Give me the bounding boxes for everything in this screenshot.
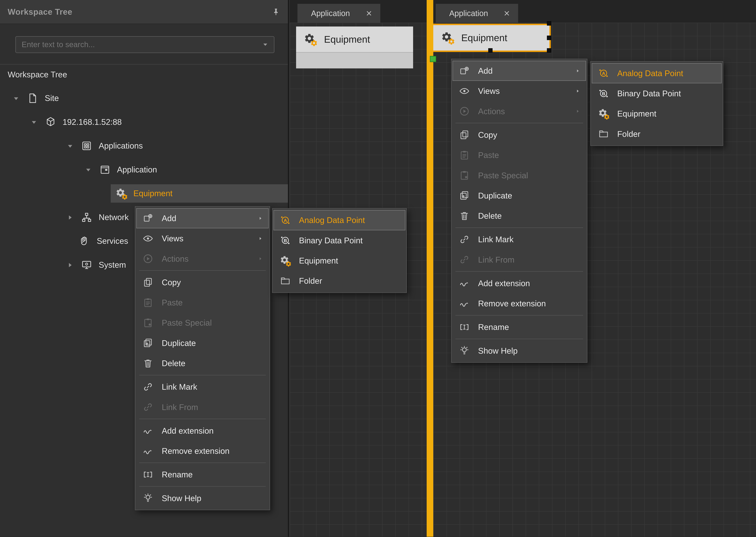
menu-item-remove-extension[interactable]: Remove extension <box>136 441 269 461</box>
menu-item-delete[interactable]: Delete <box>136 353 269 373</box>
menu-separator <box>455 339 583 339</box>
svg-text:A: A <box>284 218 287 223</box>
menu-item-copy[interactable]: Copy <box>453 125 586 145</box>
equipment-widget-label: Equipment <box>324 34 370 45</box>
expander-down-icon[interactable] <box>30 119 38 126</box>
menu-item-label: Copy <box>162 278 264 287</box>
anchor-handle[interactable] <box>430 56 436 62</box>
menu-item-paste-special[interactable]: Paste Special <box>136 313 269 333</box>
menu-separator <box>139 486 266 487</box>
tab-application-left[interactable]: Application <box>297 4 380 23</box>
menu-item-label: Add extension <box>478 279 581 288</box>
link-icon <box>142 401 154 413</box>
menu-item-equipment[interactable]: Equipment <box>592 103 722 124</box>
menu-item-label: Add <box>478 66 575 75</box>
menu-item-analog-data-point[interactable]: AAnalog Data Point <box>274 210 405 230</box>
menu-item-add-extension[interactable]: Add extension <box>136 421 269 441</box>
menu-item-folder[interactable]: Folder <box>274 271 405 291</box>
menu-item-add-extension[interactable]: Add extension <box>453 273 586 293</box>
equipment-widget-label: Equipment <box>461 32 507 43</box>
expander-right-icon[interactable] <box>66 262 74 269</box>
menu-item-label: Binary Data Point <box>617 89 717 98</box>
app-window: Workspace Tree Workspace Tree Site192.16… <box>0 0 756 537</box>
menu-separator <box>455 227 583 228</box>
equipment-widget-header: Equipment <box>433 25 549 51</box>
analog-point-icon: A <box>598 68 609 79</box>
menu-item-label: Folder <box>299 276 401 285</box>
menu-item-paste[interactable]: Paste <box>453 145 586 165</box>
menu-item-rename[interactable]: Rename <box>136 465 269 485</box>
add-icon <box>142 213 154 224</box>
menu-item-copy[interactable]: Copy <box>136 272 269 292</box>
menu-item-duplicate[interactable]: Duplicate <box>453 186 586 206</box>
equipment-widget-left[interactable]: Equipment <box>296 26 413 68</box>
menu-item-link-from[interactable]: Link From <box>136 397 269 417</box>
menu-item-remove-extension[interactable]: Remove extension <box>453 293 586 313</box>
menu-item-analog-data-point[interactable]: AAnalog Data Point <box>592 63 722 83</box>
extension-icon <box>459 278 470 289</box>
menu-item-add[interactable]: Add <box>136 208 269 228</box>
equipment-widget-body <box>296 52 413 68</box>
menu-item-show-help[interactable]: Show Help <box>136 488 269 508</box>
menu-item-link-from[interactable]: Link From <box>453 250 586 270</box>
paste-special-icon <box>459 170 470 181</box>
menu-item-views[interactable]: Views <box>136 228 269 249</box>
menu-item-label: Analog Data Point <box>617 68 717 78</box>
rename-icon <box>142 469 154 480</box>
tree-node-label: System <box>99 256 126 274</box>
tree-node-equipment[interactable]: Equipment <box>0 184 288 203</box>
expander-down-icon[interactable] <box>13 95 20 102</box>
actions-icon <box>142 253 154 264</box>
tree-node-application[interactable]: Application <box>0 161 288 179</box>
tab-close-icon[interactable] <box>365 10 373 17</box>
expander-right-icon[interactable] <box>66 214 74 221</box>
menu-item-show-help[interactable]: Show Help <box>453 341 586 361</box>
equipment-widget-right[interactable]: Equipment <box>433 25 549 51</box>
menu-item-actions[interactable]: Actions <box>136 249 269 269</box>
tabstrip-left: Application <box>290 0 427 23</box>
copy-icon <box>459 129 470 141</box>
submenu-arrow-icon <box>257 235 264 242</box>
resize-handle-se[interactable] <box>547 48 551 53</box>
menu-item-label: Link From <box>478 255 581 265</box>
menu-item-equipment[interactable]: Equipment <box>274 251 405 271</box>
tree-node-192-168-1-52-88[interactable]: 192.168.1.52:88 <box>0 113 288 131</box>
menu-item-label: Link Mark <box>478 235 581 244</box>
menu-separator <box>139 270 266 271</box>
resize-handle-ne[interactable] <box>547 21 551 25</box>
menu-item-binary-data-point[interactable]: BBinary Data Point <box>592 83 722 103</box>
menu-item-link-mark[interactable]: Link Mark <box>136 377 269 397</box>
resize-handle-s[interactable] <box>488 48 493 53</box>
submenu-arrow-icon <box>575 108 581 115</box>
delete-icon <box>142 358 154 369</box>
menu-item-link-mark[interactable]: Link Mark <box>453 229 586 249</box>
menu-item-actions[interactable]: Actions <box>453 101 586 121</box>
window-splitter[interactable] <box>427 0 434 537</box>
svg-text:B: B <box>602 91 605 96</box>
analog-point-icon: A <box>280 215 291 226</box>
extension-icon <box>142 425 154 436</box>
copy-icon <box>142 277 154 288</box>
expander-down-icon[interactable] <box>66 143 74 150</box>
menu-item-paste-special[interactable]: Paste Special <box>453 165 586 186</box>
tab-application-right[interactable]: Application <box>436 4 518 23</box>
search-dropdown-icon[interactable] <box>261 41 269 48</box>
menu-item-add[interactable]: Add <box>453 61 586 81</box>
pin-icon[interactable] <box>272 8 280 16</box>
menu-item-rename[interactable]: Rename <box>453 317 586 337</box>
tree-node-applications[interactable]: Applications <box>0 137 288 155</box>
search-input[interactable] <box>16 40 261 49</box>
menu-item-folder[interactable]: Folder <box>592 124 722 144</box>
menu-item-label: Rename <box>478 322 581 332</box>
menu-item-delete[interactable]: Delete <box>453 206 586 226</box>
tree-node-site[interactable]: Site <box>0 89 288 107</box>
menu-item-paste[interactable]: Paste <box>136 292 269 313</box>
svg-text:A: A <box>602 71 605 76</box>
tab-label: Application <box>311 9 350 18</box>
expander-down-icon[interactable] <box>85 166 92 174</box>
resize-handle-e[interactable] <box>547 36 551 40</box>
menu-item-duplicate[interactable]: Duplicate <box>136 333 269 353</box>
tab-close-icon[interactable] <box>503 10 510 17</box>
menu-item-binary-data-point[interactable]: BBinary Data Point <box>274 230 405 251</box>
menu-item-views[interactable]: Views <box>453 81 586 101</box>
